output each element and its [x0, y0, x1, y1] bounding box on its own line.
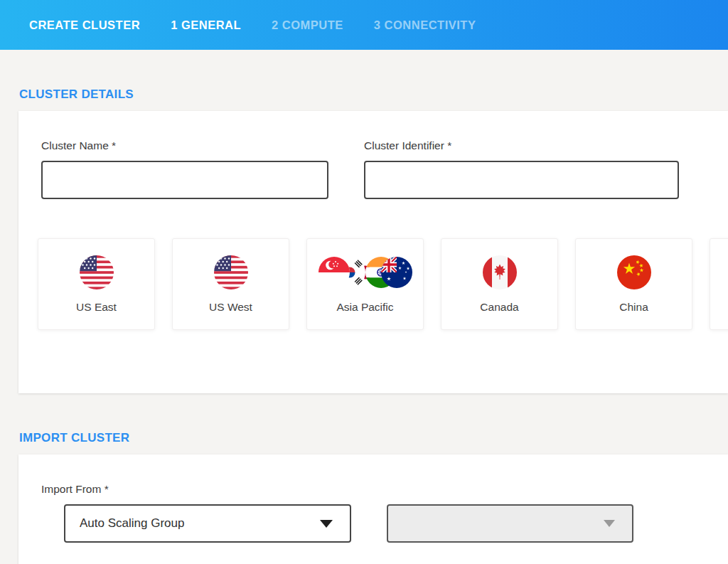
region-label: Asia Pacific — [336, 301, 393, 314]
region-card-us-east[interactable]: US East — [38, 238, 155, 330]
cluster-identifier-label: Cluster Identifier * — [364, 139, 679, 152]
asia-pacific-flags-icon — [318, 255, 412, 289]
cluster-name-label: Cluster Name * — [41, 139, 328, 152]
import-secondary-select[interactable] — [387, 504, 633, 543]
australia-flag-icon — [381, 257, 412, 288]
cluster-identifier-input[interactable] — [364, 161, 679, 199]
dropdown-arrow-icon — [320, 520, 333, 528]
region-label: US East — [76, 301, 117, 314]
tab-compute[interactable]: 2 COMPUTE — [272, 18, 343, 32]
canada-flag-icon — [483, 255, 517, 289]
import-from-selected-value: Auto Scaling Group — [80, 516, 184, 531]
region-card-row: US East — [38, 238, 728, 330]
cluster-details-heading: CLUSTER DETAILS — [19, 87, 728, 102]
dropdown-arrow-icon — [604, 520, 615, 527]
tab-connectivity[interactable]: 3 CONNECTIVITY — [374, 18, 476, 32]
page-title: CREATE CLUSTER — [29, 18, 140, 32]
cluster-details-panel: Cluster Name * Cluster Identifier * — [18, 111, 728, 393]
region-label: China — [619, 301, 648, 314]
import-from-label: Import From * — [41, 483, 728, 496]
import-cluster-heading: IMPORT CLUSTER — [19, 431, 728, 445]
cluster-name-field-group: Cluster Name * — [41, 139, 328, 199]
tab-general[interactable]: 1 GENERAL — [171, 18, 241, 32]
region-label: Canada — [480, 301, 518, 314]
region-card-canada[interactable]: Canada — [441, 238, 558, 330]
singapore-flag-icon — [318, 257, 350, 288]
us-flag-icon — [214, 255, 248, 289]
region-card-us-west[interactable]: US West — [172, 238, 289, 330]
import-from-select[interactable]: Auto Scaling Group — [64, 504, 351, 543]
import-cluster-panel: Import From * Auto Scaling Group — [18, 454, 728, 564]
cluster-identifier-field-group: Cluster Identifier * — [364, 139, 679, 199]
region-label: US West — [209, 301, 252, 314]
wizard-header: CREATE CLUSTER 1 GENERAL 2 COMPUTE 3 CON… — [0, 0, 728, 50]
region-card-china[interactable]: China — [575, 238, 692, 330]
cluster-name-input[interactable] — [41, 161, 328, 199]
china-flag-icon — [617, 255, 651, 289]
us-flag-icon — [80, 255, 114, 289]
region-card-asia-pacific[interactable]: Asia Pacific — [306, 238, 424, 330]
region-card-partial[interactable] — [710, 238, 728, 330]
